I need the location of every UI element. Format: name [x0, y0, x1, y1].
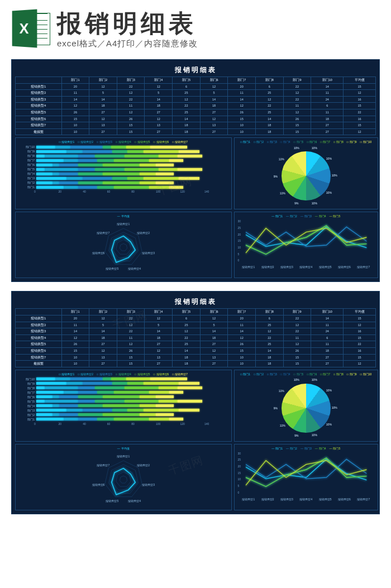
table-cell: 15	[61, 347, 89, 354]
bar-segment	[156, 395, 174, 398]
table-cell: 25	[255, 90, 283, 97]
table-cell: 14	[173, 116, 201, 122]
axis-tick: 30	[238, 219, 241, 223]
table-cell: 15	[117, 354, 145, 361]
bar-segment	[36, 391, 64, 394]
bar-label: 部门6	[20, 163, 35, 166]
bar-segment	[78, 155, 94, 157]
legend-item: 平均值	[117, 447, 130, 450]
table-header: 部门8	[255, 309, 283, 315]
table-cell: 20	[61, 315, 89, 322]
bar-segment	[64, 159, 79, 162]
bar-segment	[127, 177, 144, 180]
table-cell: 25	[255, 322, 283, 328]
table-cell: 13	[89, 354, 117, 361]
table-header: 部门7	[228, 77, 256, 84]
bar-segment	[66, 382, 83, 385]
row-label: 最频繁	[16, 128, 62, 135]
table-cell: 14	[89, 328, 117, 335]
table-cell: 6	[311, 334, 344, 341]
table-cell: 12	[283, 341, 311, 348]
table-cell: 12	[61, 103, 89, 109]
bar-segment	[78, 181, 103, 184]
table-cell: 12	[61, 334, 89, 341]
bar-segment	[95, 386, 125, 389]
table-header: 平均值	[344, 309, 376, 315]
bar-segment	[103, 173, 140, 175]
excel-icon: X	[11, 10, 50, 49]
row-label: 报销类型6	[16, 116, 62, 122]
table-cell: 10	[228, 122, 256, 129]
legend-item: 部门9	[347, 372, 357, 376]
axis-tick: 40	[83, 422, 107, 426]
radar-axis-label: 报销类型5	[106, 499, 118, 503]
axis-tick: 报销类型5	[316, 265, 335, 269]
axis-tick: 0	[34, 422, 59, 426]
table-cell: 11	[117, 103, 145, 109]
data-table: 部门1部门2部门3部门4部门5部门6部门7部门8部门9部门10平均值报销类型12…	[15, 77, 376, 135]
table-cell: 11	[117, 334, 145, 341]
table-header	[16, 309, 62, 315]
axis-tick: 报销类型3	[277, 498, 296, 501]
axis-tick: 10	[238, 246, 241, 249]
table-cell: 27	[89, 361, 117, 367]
bar-segment	[114, 159, 149, 162]
legend-item: 部门9	[347, 140, 357, 144]
bar-segment	[78, 404, 103, 407]
table-cell: 14	[200, 96, 228, 103]
table-cell: 27	[145, 341, 173, 348]
bar-segment	[103, 413, 140, 416]
table-cell: 22	[117, 315, 145, 322]
bar-segment	[53, 395, 59, 398]
radar-chart: 平均值报销类型1报销类型2报销类型3报销类型4报销类型5报销类型6报销类型7	[15, 212, 232, 278]
radar-axis-label: 报销类型6	[92, 483, 105, 486]
bar-segment	[95, 400, 125, 403]
bar-segment	[83, 150, 113, 153]
table-cell: 20	[228, 315, 256, 322]
table-cell: 14	[255, 116, 283, 122]
axis-tick: 100	[156, 190, 180, 193]
row-label: 报销类型6	[16, 347, 62, 354]
bar-segment	[150, 146, 187, 149]
bar-segment	[36, 400, 45, 403]
bar-segment	[178, 168, 202, 171]
bar-segment	[53, 404, 59, 407]
bar-segment	[150, 377, 187, 380]
legend-item: 报销类型5	[135, 140, 150, 144]
legend-item: 部门3	[301, 214, 312, 218]
bar-row: 部门1	[20, 185, 227, 189]
table-header: 部门2	[89, 309, 117, 315]
bar-label: 部门4	[20, 172, 35, 175]
axis-tick: 20	[59, 422, 83, 426]
table-cell: 18	[200, 103, 228, 109]
legend-item: 部门2	[286, 447, 297, 450]
legend-item: 部门4	[315, 214, 326, 218]
bar-segment	[70, 146, 103, 149]
table-cell: 6	[173, 315, 201, 322]
row-label: 报销类型4	[16, 334, 62, 341]
bar-segment	[36, 181, 53, 184]
axis-tick: 120	[180, 190, 204, 193]
bar-segment	[144, 177, 179, 180]
bar-segment	[111, 146, 126, 149]
table-row: 报销类型52627122725272625121122	[16, 109, 376, 116]
bar-label: 部门2	[20, 181, 35, 184]
axis-tick: 25	[238, 226, 241, 230]
table-cell: 14	[173, 347, 201, 354]
bar-segment	[64, 186, 79, 189]
table-cell: 11	[311, 341, 344, 348]
row-label: 最频繁	[16, 361, 62, 367]
table-header: 部门4	[145, 309, 173, 315]
bar-segment	[179, 150, 199, 153]
table-header: 部门9	[283, 77, 311, 84]
legend-item: 报销类型4	[116, 140, 131, 144]
table-cell: 12	[117, 322, 145, 328]
pie-slice-label: 9%	[294, 202, 298, 205]
pie-slice-label: 10%	[332, 406, 337, 409]
bar-segment	[149, 186, 169, 189]
radar-graphic	[93, 453, 154, 506]
row-label: 报销类型2	[16, 90, 62, 97]
table-cell: 15	[117, 128, 145, 135]
table-row: 报销类型120122212612206221415	[16, 315, 376, 322]
table-cell: 12	[255, 96, 283, 103]
